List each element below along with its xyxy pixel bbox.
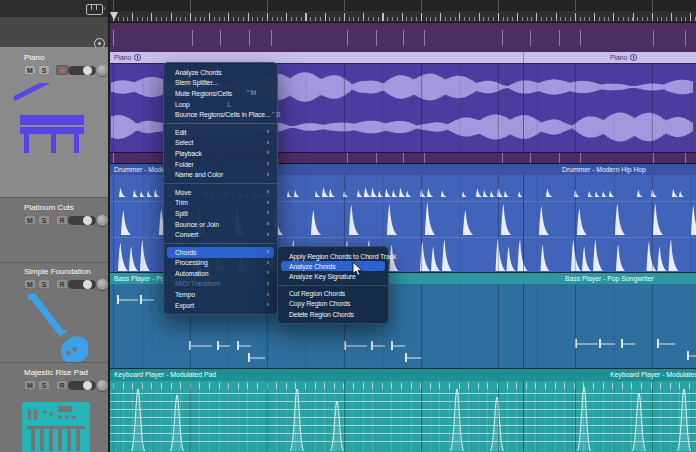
keyboard-region-header[interactable]: Keyboard Player - Modulated Pad Keyboard… <box>110 369 696 381</box>
menu-item[interactable]: Select › <box>167 138 274 149</box>
track-header-platinum-cuts[interactable]: Platinum Cuts M S R <box>0 197 108 262</box>
volume-slider[interactable] <box>68 66 96 75</box>
chord-track[interactable] <box>110 22 696 53</box>
solo-button[interactable]: S <box>38 279 50 289</box>
region-label[interactable]: Piano <box>114 52 141 63</box>
mute-button[interactable]: M <box>24 380 36 390</box>
pan-knob[interactable] <box>97 279 108 290</box>
menu-item[interactable]: Automation › <box>167 268 274 279</box>
menu-item[interactable]: Move › <box>167 187 274 198</box>
modulation-curves <box>110 381 696 452</box>
chevron-right-icon[interactable]: › <box>103 4 106 13</box>
volume-slider[interactable] <box>68 216 96 225</box>
bar-number <box>113 0 117 11</box>
chord-label <box>685 30 689 46</box>
region-context-menu: Analyze Chords Stem Splitter... Mute Reg… <box>163 62 278 315</box>
menu-item[interactable]: Name and Color › <box>167 169 274 180</box>
bar-number <box>652 0 656 11</box>
solo-button[interactable]: S <box>38 380 50 390</box>
tempo-badge-icon <box>630 54 637 61</box>
track-name[interactable]: Platinum Cuts <box>24 203 74 212</box>
menu-item[interactable]: Chords › <box>167 247 274 258</box>
region-boundary <box>523 381 524 452</box>
region-boundary <box>523 52 524 63</box>
mute-button[interactable]: M <box>24 65 36 75</box>
record-enable-button[interactable]: R <box>56 279 68 289</box>
menu-item[interactable]: Export › <box>167 300 274 311</box>
submenu-arrow-icon: › <box>266 208 269 218</box>
menu-item[interactable]: Analyze Chords <box>281 261 385 271</box>
menu-item[interactable]: Folder › <box>167 159 274 170</box>
menu-item[interactable]: Copy Region Chords <box>281 299 385 309</box>
volume-slider[interactable] <box>68 381 96 390</box>
shortcut-hint: ⌃M <box>245 89 256 97</box>
bar-number <box>498 0 502 11</box>
submenu-arrow-icon: › <box>266 198 269 208</box>
menu-item[interactable]: Edit › <box>167 127 274 138</box>
menu-item[interactable]: Convert › <box>167 229 274 240</box>
track-header-simple-foundation[interactable]: Simple Foundation M S R <box>0 262 108 362</box>
region-label[interactable]: Drummer - Modern Hip Hop <box>562 164 646 175</box>
menu-item[interactable]: Loop L <box>167 99 274 110</box>
track-name[interactable]: Majestic Rise Pad <box>24 368 88 377</box>
submenu-arrow-icon: › <box>266 187 269 197</box>
menu-item[interactable]: Tempo › <box>167 289 274 300</box>
menu-item[interactable]: Bounce Regions/Cells in Place... ⌃B <box>167 109 274 120</box>
bass-guitar-icon <box>28 294 88 362</box>
region-boundary <box>523 175 524 273</box>
menu-item[interactable]: MIDI Transform › <box>167 279 274 290</box>
pan-knob[interactable] <box>97 65 108 76</box>
playhead-marker[interactable] <box>110 12 118 20</box>
chord-label <box>559 30 563 46</box>
mute-button[interactable]: M <box>24 215 36 225</box>
menu-item[interactable]: Trim › <box>167 198 274 209</box>
musical-typing-icon[interactable] <box>86 4 103 15</box>
region-label[interactable]: Keyboard Player - Modulated Pad <box>610 369 696 380</box>
menu-item[interactable]: Apply Region Chords to Chord Track <box>281 251 385 261</box>
region-label[interactable]: Piano <box>610 52 637 63</box>
mute-button[interactable]: M <box>24 279 36 289</box>
region-label[interactable]: Keyboard Player - Modulated Pad <box>114 369 216 380</box>
sidebar-top-bar: › <box>0 0 108 17</box>
menu-item[interactable]: Bounce or Join › <box>167 219 274 230</box>
volume-slider[interactable] <box>68 280 96 289</box>
chord-label <box>271 30 275 46</box>
beat-ruler[interactable] <box>110 11 696 22</box>
record-enable-button[interactable]: R <box>56 215 68 225</box>
menu-item[interactable]: Playback › <box>167 148 274 159</box>
track-header-majestic-rise-pad[interactable]: Majestic Rise Pad M S R <box>0 362 108 452</box>
menu-item[interactable]: Delete Region Chords <box>281 309 385 319</box>
pan-knob[interactable] <box>97 215 108 226</box>
chord-label <box>192 30 196 46</box>
menu-item[interactable]: Processing › <box>167 258 274 269</box>
menu-item[interactable]: Mute Regions/Cells ⌃M <box>167 88 274 99</box>
track-list-sidebar: › Piano M S R <box>0 0 110 452</box>
pan-knob[interactable] <box>97 380 108 391</box>
record-enable-button[interactable]: R <box>56 380 68 390</box>
record-enable-button[interactable]: R <box>56 65 68 75</box>
menu-item[interactable]: Cut Region Chords <box>281 289 385 299</box>
chord-label <box>424 30 428 46</box>
track-name[interactable]: Simple Foundation <box>24 267 91 276</box>
submenu-arrow-icon: › <box>266 290 269 300</box>
menu-item[interactable]: Stem Splitter... <box>167 78 274 89</box>
chord-label <box>220 30 224 46</box>
menu-item[interactable]: Analyze Chords <box>167 67 274 78</box>
submenu-arrow-icon: › <box>266 258 269 268</box>
region-label[interactable]: Bass Player - Pop Songwriter <box>565 273 654 284</box>
menu-item[interactable]: Analyze Key Signature <box>281 271 385 281</box>
keyboard-region-body[interactable] <box>110 381 696 452</box>
chord-label <box>403 30 407 46</box>
chords-submenu: Apply Region Chords to Chord Track Analy… <box>277 246 389 324</box>
submenu-arrow-icon: › <box>266 138 269 148</box>
solo-button[interactable]: S <box>38 65 50 75</box>
chord-label <box>530 30 534 46</box>
chord-label <box>347 30 351 46</box>
menu-item[interactable]: Split › <box>167 208 274 219</box>
track-name[interactable]: Piano <box>24 53 44 62</box>
logic-pro-window: › Piano M S R <box>0 0 696 452</box>
bar-ruler[interactable] <box>110 0 696 11</box>
region-boundary <box>523 64 524 152</box>
track-header-piano[interactable]: Piano M S R <box>0 47 108 197</box>
solo-button[interactable]: S <box>38 215 50 225</box>
